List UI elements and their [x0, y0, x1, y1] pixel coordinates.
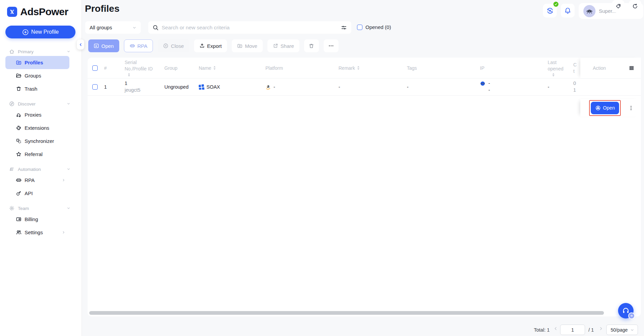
- sidebar-item-billing[interactable]: Billing: [5, 213, 69, 226]
- puzzle-icon: [16, 125, 22, 131]
- group-filter-value: All groups: [90, 25, 112, 30]
- move-button[interactable]: Move: [232, 39, 263, 52]
- arrow-right-badge-icon: [628, 312, 635, 319]
- row-clipped: 01: [573, 80, 580, 93]
- column-action: Action: [580, 58, 641, 78]
- sidebar-item-api[interactable]: API: [5, 187, 69, 200]
- robot-icon: [130, 43, 135, 49]
- section-label: Primary: [18, 49, 67, 54]
- prev-page-button[interactable]: [553, 326, 558, 331]
- chevron-left-icon: [79, 43, 83, 47]
- column-index: #: [101, 65, 122, 71]
- column-last-opened[interactable]: Last opened: [546, 59, 573, 77]
- new-profile-button[interactable]: New Profile: [5, 26, 75, 38]
- sidebar-item-proxies[interactable]: Proxies: [5, 108, 69, 121]
- open-selected-button[interactable]: Open: [88, 39, 119, 52]
- sidebar-item-referral[interactable]: Referral: [5, 148, 69, 161]
- page-size-select[interactable]: 50/page: [606, 325, 638, 335]
- chevron-right-icon: [62, 230, 65, 236]
- horizontal-scrollbar[interactable]: [89, 311, 604, 315]
- sidebar-item-trash[interactable]: Trash: [5, 82, 69, 95]
- page-number-input[interactable]: [560, 325, 585, 335]
- bulk-actions-toolbar: Open RPA Close Export Move Share: [88, 39, 339, 52]
- notifications-bell-button[interactable]: [561, 4, 575, 18]
- opened-checkbox[interactable]: [357, 25, 362, 30]
- advanced-filter-icon[interactable]: [341, 25, 347, 31]
- app-logo: AdsPower: [7, 6, 68, 18]
- export-button[interactable]: Export: [194, 39, 227, 52]
- next-page-button[interactable]: [599, 326, 603, 331]
- column-platform: Platform: [264, 65, 337, 71]
- sidebar-item-label: Billing: [25, 216, 69, 222]
- home-icon: [9, 49, 14, 54]
- sort-icon[interactable]: [214, 66, 216, 70]
- share-icon: [273, 43, 278, 49]
- close-label: Close: [171, 43, 184, 49]
- row-platform: a -: [264, 84, 337, 90]
- sidebar-item-label: Proxies: [25, 112, 69, 118]
- select-all-checkbox[interactable]: [92, 65, 98, 71]
- tags-manager-button[interactable]: [612, 0, 624, 12]
- delete-button[interactable]: [304, 39, 319, 52]
- chevron-right-icon: [599, 326, 603, 331]
- row-name[interactable]: SOAX: [199, 84, 264, 90]
- section-label: Automation: [18, 167, 67, 172]
- column-tags: Tags: [406, 65, 478, 71]
- sidebar-collapse-handle[interactable]: [77, 39, 84, 50]
- sidebar-item-profiles[interactable]: Profiles: [5, 56, 69, 69]
- row-last-opened: -: [546, 84, 573, 90]
- sync-ok-badge-icon: [553, 2, 558, 7]
- amazon-platform-icon: a: [265, 84, 271, 90]
- share-button[interactable]: Share: [267, 39, 299, 52]
- sidebar-item-synchronizer[interactable]: Synchronizer: [5, 134, 69, 148]
- robot-icon: [16, 177, 22, 183]
- search-icon: [153, 25, 159, 31]
- profiles-table: # Serial No./Profile ID Group Name Platf…: [88, 58, 641, 316]
- sort-icon[interactable]: [357, 66, 359, 70]
- row-open-button[interactable]: Open: [591, 102, 619, 114]
- trash-icon: [16, 86, 22, 92]
- chevron-down-icon: [67, 101, 70, 107]
- annotation-highlight-box: Open: [589, 100, 621, 116]
- star-icon: [16, 151, 22, 157]
- team-members-icon: [16, 230, 22, 235]
- more-actions-button[interactable]: [324, 39, 339, 52]
- billing-wallet-icon: [16, 216, 22, 222]
- sidebar-item-label: RPA: [25, 177, 62, 183]
- export-icon: [199, 43, 205, 49]
- page-total: / 1: [588, 327, 594, 333]
- row-index: 1: [101, 84, 122, 90]
- sidebar-item-settings[interactable]: Settings: [5, 226, 69, 239]
- support-chat-button[interactable]: [618, 303, 634, 318]
- sidebar-item-label: Trash: [25, 86, 69, 92]
- sidebar-item-groups[interactable]: Groups: [5, 69, 69, 82]
- column-remark[interactable]: Remark: [337, 65, 406, 71]
- sidebar-section-discover[interactable]: Discover: [0, 99, 82, 108]
- row-checkbox[interactable]: [92, 84, 98, 90]
- sort-icon[interactable]: [552, 73, 554, 77]
- sidebar-section-primary[interactable]: Primary: [0, 47, 82, 56]
- adspower-app: AdsPower New Profile Primary Profiles Gr…: [0, 0, 644, 336]
- column-settings-icon[interactable]: [629, 65, 634, 71]
- column-serial[interactable]: Serial No./Profile ID: [122, 59, 162, 77]
- sidebar-item-extensions[interactable]: Extensions: [5, 121, 69, 134]
- section-label: Team: [18, 206, 67, 211]
- sync-update-button[interactable]: [543, 4, 557, 18]
- sort-icon[interactable]: [128, 73, 153, 77]
- group-filter-select[interactable]: All groups: [85, 21, 141, 34]
- refresh-button[interactable]: [629, 0, 641, 12]
- sidebar-section-team[interactable]: Team: [0, 204, 82, 213]
- sidebar-section-automation[interactable]: Automation: [0, 165, 82, 174]
- close-selected-button[interactable]: Close: [158, 39, 189, 52]
- total-count: Total: 1: [534, 327, 550, 333]
- row-more-menu-button[interactable]: [628, 105, 634, 111]
- column-clipped: Ct: [573, 62, 580, 74]
- column-name[interactable]: Name: [199, 65, 264, 71]
- sidebar-item-label: Referral: [25, 151, 69, 157]
- chevron-down-icon: [67, 166, 70, 172]
- sidebar-item-rpa[interactable]: RPA: [5, 174, 69, 187]
- chevron-down-icon: [67, 205, 70, 211]
- opened-filter-checkbox[interactable]: Opened (0): [357, 24, 391, 30]
- search-input[interactable]: [162, 25, 338, 31]
- rpa-button[interactable]: RPA: [124, 39, 153, 52]
